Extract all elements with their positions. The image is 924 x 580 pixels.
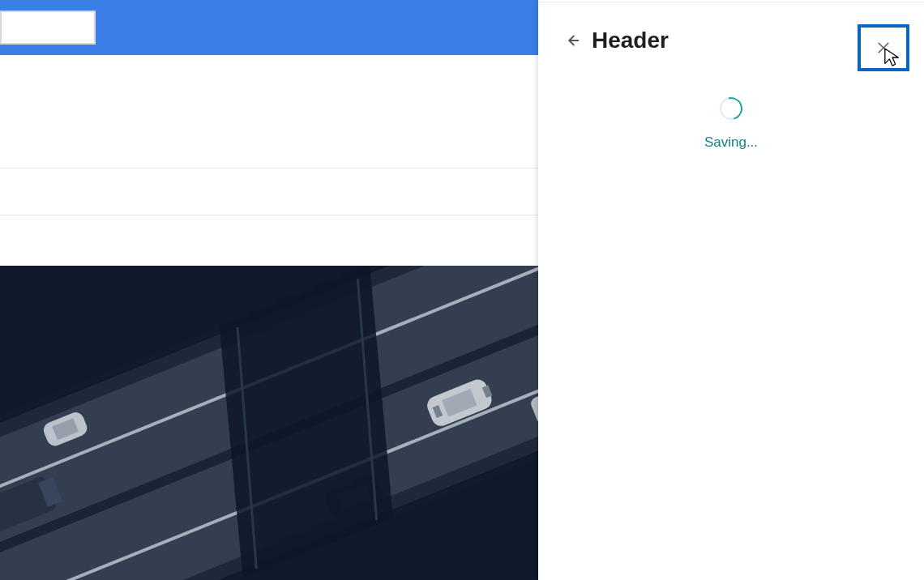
spinner-icon [716, 93, 746, 124]
saving-status: Saving... [538, 97, 924, 151]
content-subheader-row [0, 168, 538, 215]
content-gap [0, 215, 538, 266]
hero-image [0, 266, 538, 580]
close-icon [875, 40, 892, 56]
command-bar [0, 0, 538, 55]
property-panel: Header Saving... [538, 0, 924, 580]
panel-title: Header [592, 28, 669, 53]
saving-text: Saving... [704, 134, 758, 151]
back-button[interactable] [561, 29, 584, 52]
toolbar-input[interactable] [0, 11, 96, 45]
svg-rect-25 [0, 266, 538, 580]
arrow-left-icon [563, 32, 581, 49]
close-button[interactable] [858, 24, 909, 71]
background-page [0, 0, 538, 580]
content-header-area [0, 55, 538, 168]
